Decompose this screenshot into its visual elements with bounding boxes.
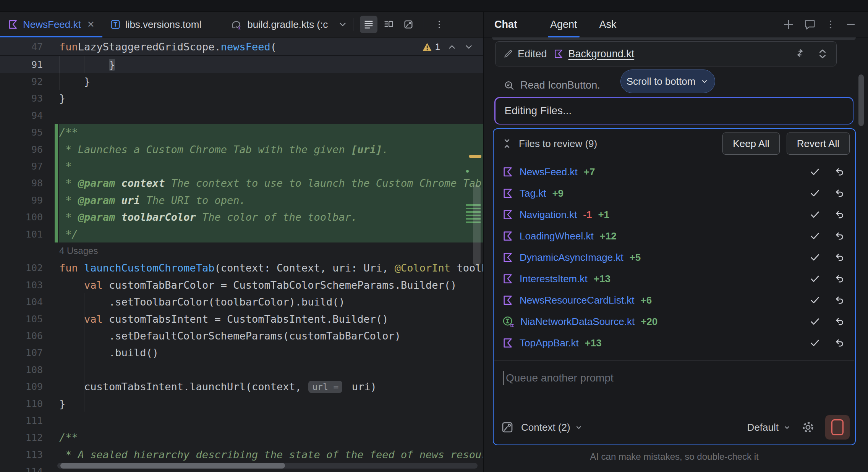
file-link[interactable]: LoadingWheel.kt bbox=[520, 230, 594, 242]
view-split-button[interactable] bbox=[380, 16, 397, 33]
editor-more-menu[interactable] bbox=[431, 16, 448, 33]
warning-count: 1 bbox=[435, 42, 440, 52]
code-token: .setDefaultColorSchemeParams(customTabBa… bbox=[59, 330, 401, 342]
indent-guide bbox=[84, 293, 84, 412]
new-chat-icon[interactable] bbox=[782, 18, 795, 31]
horizontal-scrollbar-thumb[interactable] bbox=[60, 463, 285, 469]
revert-file-button[interactable] bbox=[834, 188, 845, 199]
file-review-row[interactable]: NewsFeed.kt+7 bbox=[494, 161, 855, 183]
tab-ask[interactable]: Ask bbox=[598, 11, 618, 37]
file-review-row[interactable]: NiaNetworkDataSource.kt+20 bbox=[494, 311, 855, 332]
file-review-row[interactable]: TopAppBar.kt+13 bbox=[494, 332, 855, 354]
file-review-row[interactable]: LoadingWheel.kt+12 bbox=[494, 225, 855, 247]
revert-file-button[interactable] bbox=[834, 294, 845, 306]
file-review-row[interactable]: NewsResourceCardList.kt+6 bbox=[494, 289, 855, 311]
expand-icon[interactable] bbox=[816, 48, 829, 60]
revert-file-button[interactable] bbox=[834, 209, 845, 220]
revert-all-button[interactable]: Revert All bbox=[787, 133, 850, 155]
code-editor[interactable]: 91 }92 }93}9495/**96 * Launches a Custom… bbox=[0, 56, 483, 472]
keep-file-button[interactable] bbox=[809, 166, 821, 178]
file-link[interactable]: TopAppBar.kt bbox=[520, 337, 579, 349]
line-number: 95 bbox=[0, 127, 43, 138]
tab-build-gradle-kts[interactable]: build.gradle.kts (:c bbox=[223, 11, 335, 37]
revert-file-button[interactable] bbox=[834, 337, 845, 349]
horizontal-scrollbar-track[interactable] bbox=[57, 463, 478, 469]
file-link[interactable]: NiaNetworkDataSource.kt bbox=[520, 316, 635, 328]
sticky-code-line[interactable]: 47 fun LazyStaggeredGridScope.newsFeed( … bbox=[0, 38, 483, 56]
tab-agent[interactable]: Agent bbox=[549, 11, 579, 37]
tab-libs-versions-toml[interactable]: libs.versions.toml bbox=[102, 11, 209, 37]
edited-file-link[interactable]: Background.kt bbox=[568, 48, 635, 60]
show-diff-icon[interactable] bbox=[794, 47, 806, 60]
previous-message-edge bbox=[492, 37, 856, 40]
model-dropdown-label[interactable]: Default bbox=[747, 422, 779, 433]
usages-inlay[interactable]: 4 Usages bbox=[59, 246, 98, 256]
keep-file-button[interactable] bbox=[809, 188, 821, 199]
file-link[interactable]: DynamicAsyncImage.kt bbox=[520, 252, 623, 263]
close-icon[interactable]: ✕ bbox=[87, 19, 95, 30]
file-link[interactable]: Navigation.kt bbox=[520, 209, 577, 221]
file-review-row[interactable]: DynamicAsyncImage.kt+5 bbox=[494, 247, 855, 268]
code-token bbox=[115, 194, 121, 206]
revert-file-button[interactable] bbox=[834, 316, 845, 327]
code-line: 94 bbox=[0, 107, 483, 124]
code-token bbox=[59, 279, 84, 291]
file-link[interactable]: NewsFeed.kt bbox=[520, 166, 578, 178]
keep-file-button[interactable] bbox=[809, 337, 821, 349]
prompt-input[interactable]: Queue another prompt bbox=[504, 370, 614, 386]
chevron-down-icon[interactable] bbox=[574, 423, 583, 432]
view-preview-button[interactable] bbox=[400, 16, 417, 33]
diff-stripe-mark[interactable] bbox=[465, 165, 471, 178]
revert-file-button[interactable] bbox=[834, 230, 845, 242]
chevron-down-icon[interactable] bbox=[338, 19, 348, 29]
collapse-icon[interactable] bbox=[501, 138, 513, 149]
revert-file-button[interactable] bbox=[834, 273, 845, 284]
file-review-row[interactable]: InterestsItem.kt+13 bbox=[494, 268, 855, 289]
ai-disclaimer: AI can make mistakes, so double-check it bbox=[493, 451, 856, 462]
toml-icon bbox=[110, 19, 121, 30]
warning-stripe-mark[interactable] bbox=[469, 155, 481, 158]
scroll-to-bottom-button[interactable]: Scroll to bottom bbox=[620, 70, 715, 93]
tab-label: build.gradle.kts (:c bbox=[247, 19, 328, 31]
revert-file-button[interactable] bbox=[834, 252, 845, 263]
keep-file-button[interactable] bbox=[809, 230, 821, 242]
more-options-icon[interactable] bbox=[825, 19, 836, 30]
line-number: 94 bbox=[0, 110, 43, 121]
file-review-row[interactable]: Tag.kt+9 bbox=[494, 183, 855, 204]
view-list-button[interactable] bbox=[360, 16, 377, 33]
code-token: newsFeed bbox=[221, 41, 270, 53]
code-token: . bbox=[382, 144, 388, 155]
revert-file-button[interactable] bbox=[834, 166, 845, 178]
keep-file-button[interactable] bbox=[809, 316, 821, 327]
keep-file-button[interactable] bbox=[809, 209, 821, 220]
pane-divider[interactable] bbox=[483, 0, 484, 472]
code-token: * A sealed hierarchy describing the stat… bbox=[59, 449, 483, 461]
file-review-row[interactable]: Navigation.kt-1+1 bbox=[494, 204, 855, 225]
file-link[interactable]: NewsResourceCardList.kt bbox=[520, 294, 635, 306]
tab-newsfeed-kt[interactable]: NewsFeed.kt ✕ bbox=[0, 11, 102, 37]
diff-added-gutter-bar bbox=[55, 192, 58, 209]
gear-icon[interactable] bbox=[801, 420, 815, 435]
chevron-down-icon[interactable] bbox=[782, 423, 792, 432]
keep-file-button[interactable] bbox=[809, 252, 821, 263]
code-text: fun launchCustomChromeTab(context: Conte… bbox=[59, 260, 483, 276]
chat-scrollbar[interactable] bbox=[858, 74, 864, 126]
keep-all-button[interactable]: Keep All bbox=[722, 133, 779, 155]
next-warning-icon[interactable] bbox=[464, 42, 474, 52]
kotlin-file-icon bbox=[502, 252, 513, 263]
context-dropdown-label[interactable]: Context (2) bbox=[521, 422, 570, 433]
chat-history-icon[interactable] bbox=[804, 18, 816, 31]
code-text: .setDefaultColorSchemeParams(customTabBa… bbox=[59, 327, 483, 344]
code-text: val customTabsIntent = CustomTabsIntent.… bbox=[59, 310, 483, 327]
file-link[interactable]: InterestsItem.kt bbox=[520, 273, 588, 285]
prev-warning-icon[interactable] bbox=[447, 42, 457, 52]
vertical-scrollbar[interactable] bbox=[473, 184, 481, 266]
keep-file-button[interactable] bbox=[809, 294, 821, 306]
attach-image-icon[interactable] bbox=[500, 420, 514, 434]
stop-button[interactable] bbox=[825, 415, 850, 440]
warning-icon[interactable] bbox=[421, 42, 433, 52]
keep-file-button[interactable] bbox=[809, 273, 821, 284]
edited-file-card[interactable]: Edited Background.kt bbox=[495, 41, 837, 66]
hide-panel-icon[interactable] bbox=[845, 19, 857, 30]
file-link[interactable]: Tag.kt bbox=[520, 188, 546, 199]
